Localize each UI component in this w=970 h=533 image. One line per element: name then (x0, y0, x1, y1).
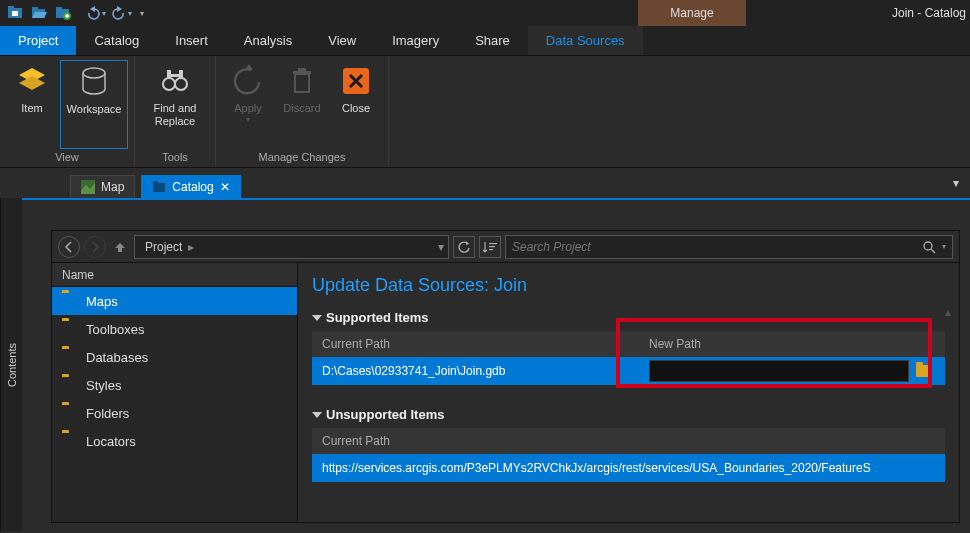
discard-label: Discard (283, 102, 320, 115)
svg-rect-18 (298, 68, 306, 71)
close-tab-icon[interactable]: ✕ (220, 180, 230, 194)
ribbon-group-view-label: View (55, 149, 79, 165)
svg-rect-6 (56, 7, 62, 10)
svg-rect-25 (489, 243, 497, 244)
qat-customize-caret-icon[interactable]: ▾ (140, 9, 144, 18)
unsupported-items-header[interactable]: Unsupported Items (312, 407, 945, 422)
svg-point-28 (924, 242, 932, 250)
tab-view[interactable]: View (310, 26, 374, 55)
tree-item-styles[interactable]: Styles (52, 371, 297, 399)
view-tab-map[interactable]: Map (70, 175, 135, 198)
svg-rect-27 (489, 249, 493, 250)
contents-pane-label[interactable]: Contents (0, 198, 22, 531)
close-icon (339, 64, 373, 98)
svg-rect-15 (171, 74, 179, 77)
tree-header-name[interactable]: Name (52, 263, 297, 287)
view-tab-catalog-label: Catalog (172, 180, 213, 194)
window-title: Join - Catalog (892, 0, 970, 26)
tree-item-label: Locators (86, 434, 136, 449)
svg-point-11 (163, 78, 175, 90)
new-project-icon[interactable] (54, 4, 72, 22)
nav-forward-button (84, 236, 106, 258)
folder-icon (62, 293, 78, 309)
svg-rect-17 (293, 71, 311, 74)
column-current-path[interactable]: Current Path (312, 434, 945, 448)
tab-insert[interactable]: Insert (157, 26, 226, 55)
search-input[interactable] (512, 240, 916, 254)
search-icon[interactable] (922, 240, 936, 254)
view-tab-catalog[interactable]: Catalog ✕ (141, 175, 240, 198)
current-path-url: https://services.arcgis.com/P3ePLMYs2RVC… (312, 461, 945, 475)
undo-caret-icon[interactable]: ▾ (102, 9, 106, 18)
redo-icon[interactable] (112, 6, 126, 20)
find-replace-button[interactable]: Find and Replace (141, 60, 209, 149)
breadcrumb-root: Project (145, 240, 182, 254)
item-label: Item (21, 102, 42, 115)
tree-item-maps[interactable]: Maps (52, 287, 297, 315)
breadcrumb[interactable]: Project ▸ ▾ (134, 235, 449, 259)
workspace-button[interactable]: Workspace (60, 60, 128, 149)
svg-rect-1 (8, 6, 14, 9)
tab-share[interactable]: Share (457, 26, 528, 55)
refresh-button[interactable] (453, 236, 475, 258)
nav-up-button[interactable] (110, 237, 130, 257)
chevron-down-icon (312, 412, 322, 418)
supported-items-label: Supported Items (326, 310, 429, 325)
svg-point-12 (175, 78, 187, 90)
open-project-icon[interactable] (30, 4, 48, 22)
folder-icon (62, 377, 78, 393)
apply-icon (231, 64, 265, 98)
close-button[interactable]: Close (330, 60, 382, 149)
apply-button: Apply ▾ (222, 60, 274, 149)
page-title: Update Data Sources: Join (312, 275, 945, 296)
tab-project[interactable]: Project (0, 26, 76, 55)
tree-item-locators[interactable]: Locators (52, 427, 297, 455)
search-dropdown-icon[interactable]: ▾ (942, 242, 946, 251)
tree-item-databases[interactable]: Databases (52, 343, 297, 371)
svg-rect-26 (489, 246, 495, 247)
save-project-icon[interactable] (6, 4, 24, 22)
sort-button[interactable] (479, 236, 501, 258)
chevron-down-icon (312, 315, 322, 321)
breadcrumb-dropdown-icon[interactable]: ▾ (438, 240, 444, 254)
close-label: Close (342, 102, 370, 115)
catalog-icon (152, 180, 166, 194)
svg-rect-16 (295, 74, 309, 92)
tab-manage-contextual[interactable]: Manage (638, 0, 746, 26)
grid-header: Current Path (312, 428, 945, 454)
tab-analysis[interactable]: Analysis (226, 26, 310, 55)
workspace-label: Workspace (67, 103, 122, 116)
nav-back-button[interactable] (58, 236, 80, 258)
tab-data-sources[interactable]: Data Sources (528, 26, 643, 55)
ribbon-group-manage-label: Manage Changes (259, 149, 346, 165)
svg-rect-2 (12, 11, 18, 16)
column-current-path[interactable]: Current Path (312, 337, 639, 351)
tab-catalog[interactable]: Catalog (76, 26, 157, 55)
map-icon (81, 180, 95, 194)
svg-rect-21 (153, 183, 165, 192)
svg-rect-22 (153, 181, 158, 184)
folder-icon (62, 405, 78, 421)
scroll-up-icon[interactable]: ▲ (943, 307, 953, 318)
chevron-right-icon: ▸ (188, 240, 194, 254)
ribbon-group-tools-label: Tools (162, 149, 188, 165)
item-button[interactable]: Item (6, 60, 58, 149)
tree-item-toolboxes[interactable]: Toolboxes (52, 315, 297, 343)
svg-rect-4 (32, 7, 38, 10)
binoculars-icon (158, 64, 192, 98)
trash-icon (285, 64, 319, 98)
view-tabs-dropdown-icon[interactable]: ▾ (942, 168, 970, 198)
svg-rect-9 (65, 15, 69, 17)
tab-imagery[interactable]: Imagery (374, 26, 457, 55)
search-input-container[interactable]: ▾ (505, 235, 953, 259)
redo-caret-icon[interactable]: ▾ (128, 9, 132, 18)
tree-item-label: Styles (86, 378, 121, 393)
database-icon (77, 65, 111, 99)
folder-icon (62, 433, 78, 449)
table-row[interactable]: https://services.arcgis.com/P3ePLMYs2RVC… (312, 454, 945, 482)
folder-icon (62, 321, 78, 337)
tree-item-folders[interactable]: Folders (52, 399, 297, 427)
tree-item-label: Toolboxes (86, 322, 145, 337)
undo-icon[interactable] (86, 6, 100, 20)
layers-icon (15, 64, 49, 98)
